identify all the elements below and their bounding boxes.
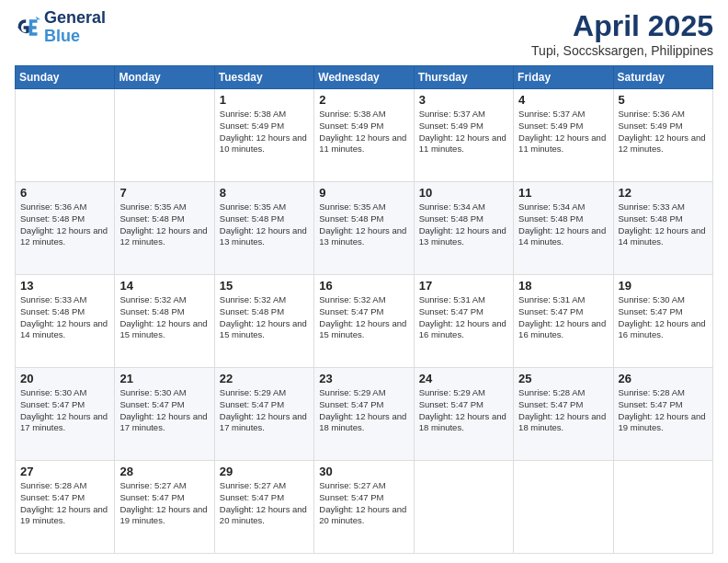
- day-info: Sunrise: 5:35 AM Sunset: 5:48 PM Dayligh…: [119, 201, 209, 248]
- day-info: Sunrise: 5:33 AM Sunset: 5:48 PM Dayligh…: [619, 201, 708, 248]
- calendar-cell: 21Sunrise: 5:30 AM Sunset: 5:47 PM Dayli…: [115, 368, 214, 461]
- calendar-col-tuesday: Tuesday: [214, 66, 313, 89]
- day-number: 24: [419, 372, 508, 385]
- day-info: Sunrise: 5:38 AM Sunset: 5:49 PM Dayligh…: [220, 109, 309, 155]
- logo-line1: General: [44, 9, 106, 28]
- calendar-cell: 23Sunrise: 5:29 AM Sunset: 5:47 PM Dayli…: [314, 368, 414, 461]
- calendar-col-saturday: Saturday: [613, 66, 712, 89]
- calendar-cell: [514, 461, 613, 554]
- calendar-cell: 12Sunrise: 5:33 AM Sunset: 5:48 PM Dayli…: [613, 182, 712, 275]
- calendar: SundayMondayTuesdayWednesdayThursdayFrid…: [15, 65, 713, 554]
- calendar-cell: 7Sunrise: 5:35 AM Sunset: 5:48 PM Daylig…: [115, 182, 214, 275]
- day-number: 6: [20, 186, 109, 200]
- day-number: 25: [518, 372, 608, 385]
- calendar-week-row: 27Sunrise: 5:28 AM Sunset: 5:47 PM Dayli…: [16, 461, 713, 554]
- calendar-col-thursday: Thursday: [414, 66, 513, 89]
- day-number: 21: [119, 372, 209, 385]
- calendar-cell: 4Sunrise: 5:37 AM Sunset: 5:49 PM Daylig…: [514, 89, 613, 182]
- calendar-cell: [16, 89, 115, 182]
- day-info: Sunrise: 5:34 AM Sunset: 5:48 PM Dayligh…: [518, 201, 608, 248]
- day-number: 27: [20, 465, 109, 478]
- calendar-cell: 9Sunrise: 5:35 AM Sunset: 5:48 PM Daylig…: [314, 182, 414, 275]
- header: General Blue April 2025 Tupi, Soccsksarg…: [15, 9, 713, 58]
- day-number: 9: [319, 186, 408, 200]
- calendar-week-row: 6Sunrise: 5:36 AM Sunset: 5:48 PM Daylig…: [16, 182, 713, 275]
- day-info: Sunrise: 5:31 AM Sunset: 5:47 PM Dayligh…: [518, 294, 608, 341]
- day-info: Sunrise: 5:36 AM Sunset: 5:49 PM Dayligh…: [619, 109, 708, 155]
- day-info: Sunrise: 5:27 AM Sunset: 5:47 PM Dayligh…: [119, 480, 209, 527]
- calendar-cell: 22Sunrise: 5:29 AM Sunset: 5:47 PM Dayli…: [214, 368, 313, 461]
- calendar-cell: 18Sunrise: 5:31 AM Sunset: 5:47 PM Dayli…: [514, 275, 613, 368]
- day-info: Sunrise: 5:37 AM Sunset: 5:49 PM Dayligh…: [518, 109, 608, 155]
- subtitle: Tupi, Soccsksargen, Philippines: [531, 43, 713, 58]
- day-number: 30: [319, 465, 408, 478]
- day-info: Sunrise: 5:31 AM Sunset: 5:47 PM Dayligh…: [419, 294, 508, 341]
- calendar-week-row: 13Sunrise: 5:33 AM Sunset: 5:48 PM Dayli…: [16, 275, 713, 368]
- calendar-cell: [115, 89, 214, 182]
- day-number: 10: [419, 186, 508, 200]
- day-info: Sunrise: 5:30 AM Sunset: 5:47 PM Dayligh…: [119, 387, 209, 434]
- calendar-cell: 25Sunrise: 5:28 AM Sunset: 5:47 PM Dayli…: [514, 368, 613, 461]
- logo-line2: Blue: [44, 28, 106, 46]
- calendar-cell: 1Sunrise: 5:38 AM Sunset: 5:49 PM Daylig…: [214, 89, 313, 182]
- day-info: Sunrise: 5:35 AM Sunset: 5:48 PM Dayligh…: [319, 201, 408, 248]
- title-block: April 2025 Tupi, Soccsksargen, Philippin…: [531, 9, 713, 58]
- day-info: Sunrise: 5:33 AM Sunset: 5:48 PM Dayligh…: [20, 294, 109, 341]
- calendar-col-sunday: Sunday: [16, 66, 115, 89]
- day-info: Sunrise: 5:36 AM Sunset: 5:48 PM Dayligh…: [20, 201, 109, 248]
- calendar-cell: [414, 461, 513, 554]
- calendar-cell: 6Sunrise: 5:36 AM Sunset: 5:48 PM Daylig…: [16, 182, 115, 275]
- day-info: Sunrise: 5:30 AM Sunset: 5:47 PM Dayligh…: [20, 387, 109, 434]
- day-number: 28: [119, 465, 209, 478]
- day-info: Sunrise: 5:27 AM Sunset: 5:47 PM Dayligh…: [319, 480, 408, 527]
- day-number: 14: [119, 279, 209, 293]
- day-number: 13: [20, 279, 109, 293]
- day-number: 8: [220, 186, 309, 200]
- day-number: 22: [220, 372, 309, 385]
- day-info: Sunrise: 5:38 AM Sunset: 5:49 PM Dayligh…: [319, 109, 408, 155]
- logo: General Blue: [15, 9, 106, 46]
- day-info: Sunrise: 5:29 AM Sunset: 5:47 PM Dayligh…: [220, 387, 309, 434]
- day-number: 11: [518, 186, 608, 200]
- day-info: Sunrise: 5:27 AM Sunset: 5:47 PM Dayligh…: [220, 480, 309, 527]
- calendar-cell: 13Sunrise: 5:33 AM Sunset: 5:48 PM Dayli…: [16, 275, 115, 368]
- day-number: 12: [619, 186, 708, 200]
- logo-text: General Blue: [44, 9, 106, 46]
- calendar-cell: 19Sunrise: 5:30 AM Sunset: 5:47 PM Dayli…: [613, 275, 712, 368]
- day-number: 23: [319, 372, 408, 385]
- calendar-cell: 15Sunrise: 5:32 AM Sunset: 5:48 PM Dayli…: [214, 275, 313, 368]
- calendar-col-wednesday: Wednesday: [314, 66, 414, 89]
- calendar-cell: 2Sunrise: 5:38 AM Sunset: 5:49 PM Daylig…: [314, 89, 414, 182]
- calendar-cell: [613, 461, 712, 554]
- logo-icon: [15, 15, 40, 40]
- calendar-cell: 24Sunrise: 5:29 AM Sunset: 5:47 PM Dayli…: [414, 368, 513, 461]
- calendar-cell: 14Sunrise: 5:32 AM Sunset: 5:48 PM Dayli…: [115, 275, 214, 368]
- day-number: 20: [20, 372, 109, 385]
- day-info: Sunrise: 5:34 AM Sunset: 5:48 PM Dayligh…: [419, 201, 508, 248]
- calendar-col-friday: Friday: [514, 66, 613, 89]
- calendar-header-row: SundayMondayTuesdayWednesdayThursdayFrid…: [16, 66, 713, 89]
- calendar-cell: 29Sunrise: 5:27 AM Sunset: 5:47 PM Dayli…: [214, 461, 313, 554]
- day-number: 2: [319, 93, 408, 107]
- day-info: Sunrise: 5:32 AM Sunset: 5:48 PM Dayligh…: [119, 294, 209, 341]
- day-info: Sunrise: 5:35 AM Sunset: 5:48 PM Dayligh…: [220, 201, 309, 248]
- day-info: Sunrise: 5:28 AM Sunset: 5:47 PM Dayligh…: [20, 480, 109, 527]
- day-info: Sunrise: 5:29 AM Sunset: 5:47 PM Dayligh…: [319, 387, 408, 434]
- day-number: 3: [419, 93, 508, 107]
- calendar-cell: 10Sunrise: 5:34 AM Sunset: 5:48 PM Dayli…: [414, 182, 513, 275]
- day-info: Sunrise: 5:37 AM Sunset: 5:49 PM Dayligh…: [419, 109, 508, 155]
- calendar-cell: 28Sunrise: 5:27 AM Sunset: 5:47 PM Dayli…: [115, 461, 214, 554]
- calendar-cell: 16Sunrise: 5:32 AM Sunset: 5:47 PM Dayli…: [314, 275, 414, 368]
- day-number: 19: [619, 279, 708, 293]
- day-number: 17: [419, 279, 508, 293]
- calendar-cell: 3Sunrise: 5:37 AM Sunset: 5:49 PM Daylig…: [414, 89, 513, 182]
- day-number: 5: [619, 93, 708, 107]
- day-number: 29: [220, 465, 309, 478]
- day-info: Sunrise: 5:32 AM Sunset: 5:47 PM Dayligh…: [319, 294, 408, 341]
- calendar-cell: 30Sunrise: 5:27 AM Sunset: 5:47 PM Dayli…: [314, 461, 414, 554]
- calendar-cell: 27Sunrise: 5:28 AM Sunset: 5:47 PM Dayli…: [16, 461, 115, 554]
- day-info: Sunrise: 5:32 AM Sunset: 5:48 PM Dayligh…: [220, 294, 309, 341]
- calendar-cell: 8Sunrise: 5:35 AM Sunset: 5:48 PM Daylig…: [214, 182, 313, 275]
- day-info: Sunrise: 5:28 AM Sunset: 5:47 PM Dayligh…: [619, 387, 708, 434]
- calendar-cell: 20Sunrise: 5:30 AM Sunset: 5:47 PM Dayli…: [16, 368, 115, 461]
